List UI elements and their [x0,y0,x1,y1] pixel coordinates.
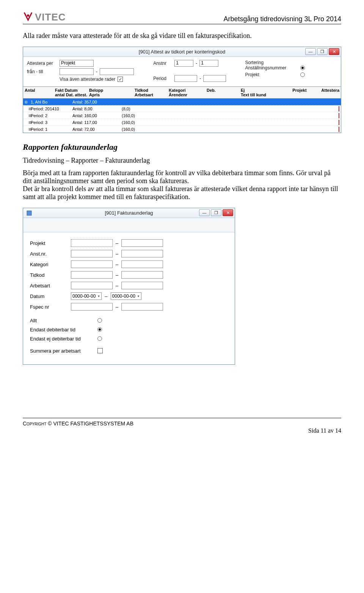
grid-body: ⊟1, Ahl BoAntal: 357,00 ⊞Period: 201410A… [23,99,341,133]
date-from-value: 0000-00-00 [72,293,96,299]
row-label: 1, Ahl Bo [31,100,72,104]
copyright-text: Copyright © VITEC FASTIGHETSSYSTEM AB [23,420,133,434]
row-label: Period: 3 [31,120,72,125]
tidkod-from-field[interactable] [71,271,113,279]
till-field[interactable] [100,68,134,75]
radio-allt[interactable] [97,318,102,323]
tree-expander-icon[interactable]: ⊞ [25,107,31,111]
period-to-field[interactable] [203,75,226,82]
label-sort-anst: Anställningsnummer [245,65,298,71]
col-antal-dat-attest: antal Dat. attest. [55,93,89,97]
radio-endast-ej[interactable] [97,336,102,341]
label-attestera-per: Attestera per [27,61,57,66]
label-arbetsart: Arbetsart [30,283,68,289]
row-label: Period: 1 [31,127,72,132]
col-kategori: Kategori [169,88,207,93]
kategori-to-field[interactable] [121,260,163,268]
date-to-value: 0000-00-00 [112,293,135,299]
minimize-button-2[interactable]: — [199,209,210,216]
table-row[interactable]: ⊞Period: 201410Antal: 8,00(8,0) [23,105,341,112]
calendar-icon [339,127,339,132]
label-period: Period [153,76,172,81]
dash: - [96,69,97,74]
calendar-icon [339,120,339,125]
dash-projekt: – [116,240,118,246]
label-summera: Summera per arbetsart [30,348,94,354]
minimize-button[interactable]: — [305,48,316,55]
restore-button[interactable]: ❐ [317,48,328,55]
page-header: VITEC Arbetsgång tidredovisning 3L Pro 2… [23,11,341,24]
visa-attesterade-checkbox[interactable]: ✓ [118,77,123,82]
attest-window: [901] Attest av tidkort per konteringsko… [23,47,341,133]
dash3: - [199,76,201,81]
logo-text: VITEC [35,11,66,23]
calendar-icon [339,106,339,111]
radio-sort-anst[interactable] [300,66,305,70]
fspec-to-field[interactable] [121,303,163,311]
summera-checkbox[interactable] [97,348,103,353]
tree-expander-icon[interactable]: ⊟ [25,100,31,104]
label-sort-projekt: Projekt [245,72,298,77]
anstnr-to-field2[interactable] [121,250,163,257]
fspec-from-field[interactable] [71,303,113,311]
logo-icon [23,12,33,23]
tree-expander-icon[interactable]: ⊞ [25,121,31,124]
table-row[interactable]: ⊞Period: 2Antal: 160,00(160,0) [23,112,341,119]
close-button[interactable]: ✕ [329,48,339,55]
projekt-from-field[interactable] [71,239,113,247]
page-footer: Copyright © VITEC FASTIGHETSSYSTEM AB Si… [23,418,341,434]
fran-field[interactable] [60,68,94,75]
anstnr-to-field[interactable]: 1 [199,60,218,67]
body-paragraph-2b: Det är bra kontroll dels av att alla tim… [23,185,341,201]
col-tidkod: Tidkod [135,88,169,93]
tidkod-to-field[interactable] [121,271,163,279]
body-paragraph-2a: Börja med att ta fram rapporten fakturau… [23,169,341,185]
col-attestera: Attestera [321,88,339,93]
col-projekt: Projekt [292,88,306,93]
fakturaunderlag-form: Projekt – Anst.nr. – Kategori – Tidkod –… [23,232,235,364]
radio-endast-deb[interactable] [97,327,102,332]
calendar-icon [339,113,339,118]
dash2: - [196,61,197,66]
label-projekt2: Projekt [30,240,68,246]
datum-to-field[interactable]: 0000-00-00 ▼ [111,292,141,300]
projekt-to-field[interactable] [121,239,163,247]
period-from-field[interactable] [174,75,197,82]
attestera-per-field[interactable]: Projekt [60,60,94,67]
svg-rect-1 [27,211,31,215]
row-antal: Antal: 72,00 [72,127,122,132]
grid-header: Antal Fakt Datum antal Dat. attest. Belo… [23,86,341,99]
col-text-kund: Text till kund [241,93,290,97]
radio-sort-projekt[interactable] [300,72,305,77]
anstnr-from-field[interactable]: 1 [174,60,193,67]
label-kategori: Kategori [30,262,68,267]
anstnr-from-field2[interactable] [71,250,113,257]
fakturaunderlag-window: [901] Fakturaunderlag — ❐ ✕ Projekt – An… [23,208,235,365]
tree-expander-icon[interactable]: ⊞ [25,127,31,131]
chevron-down-icon: ▼ [137,295,140,298]
label-datum: Datum [30,293,68,299]
kategori-from-field[interactable] [71,260,113,268]
row-value: (160,0) [122,113,152,118]
close-button-2[interactable]: ✕ [223,209,233,216]
table-row[interactable]: ⊞Period: 1Antal: 72,00(160,0) [23,126,341,133]
table-row[interactable]: ⊟1, Ahl BoAntal: 357,00 [23,99,341,105]
intro-paragraph: Alla rader måste vara attesterade för at… [23,32,341,40]
row-value: (160,0) [122,120,152,125]
dash-kategori: – [116,262,118,267]
breadcrumb-text: Tidredovisning – Rapporter – Fakturaunde… [23,157,341,165]
page-number: Sida 11 av 14 [308,420,341,434]
row-antal: Antal: 160,00 [72,113,122,118]
label-endast-ej: Endast ej debiterbar tid [30,336,94,342]
label-anstnr: Anstnr [153,61,172,66]
label-visa-attesterade: Visa även attesterade rader [60,77,115,82]
table-row[interactable]: ⊞Period: 3Antal: 117,00(160,0) [23,119,341,126]
col-arbetsart: Arbetsart [135,93,169,97]
arbetsart-to-field[interactable] [121,282,163,289]
tree-expander-icon[interactable]: ⊞ [25,114,31,118]
restore-button-2[interactable]: ❐ [211,209,221,216]
datum-from-field[interactable]: 0000-00-00 ▼ [71,292,102,300]
arbetsart-from-field[interactable] [71,282,113,289]
label-fran-till: från - till [27,69,57,74]
chevron-down-icon: ▼ [97,295,100,298]
